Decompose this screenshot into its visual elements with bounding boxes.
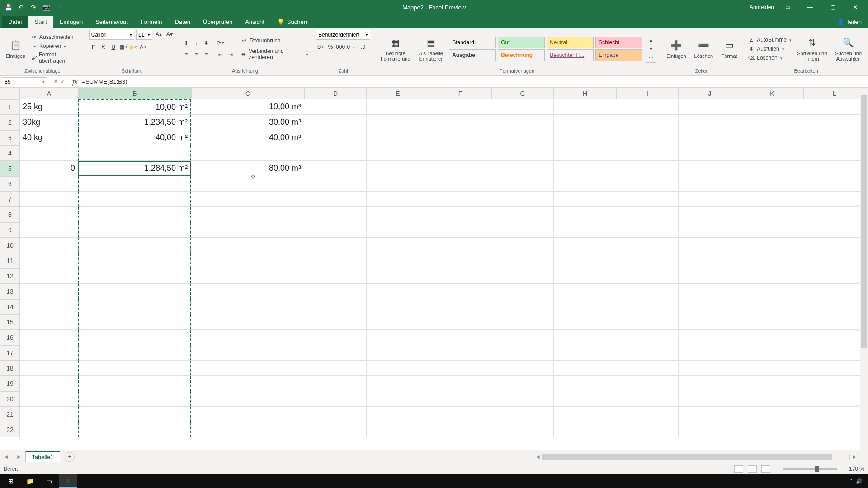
cell-C17[interactable] — [191, 345, 304, 361]
cell-K20[interactable] — [741, 391, 803, 407]
cell-F3[interactable] — [429, 130, 491, 145]
cell-K21[interactable] — [741, 407, 803, 422]
camera-icon[interactable]: 📷 — [42, 3, 51, 12]
cell-B19[interactable] — [78, 376, 191, 391]
maximize-icon[interactable]: ▢ — [824, 0, 842, 14]
taskview-icon[interactable]: ▭ — [40, 474, 58, 488]
cell-B15[interactable] — [78, 314, 191, 330]
style-schlecht[interactable]: Schlecht — [595, 37, 642, 48]
italic-button[interactable]: K — [99, 42, 108, 52]
cell-L18[interactable] — [803, 361, 866, 376]
cell-F11[interactable] — [429, 253, 491, 268]
column-header-K[interactable]: K — [741, 88, 803, 99]
cell-J10[interactable] — [679, 238, 741, 253]
cell-E18[interactable] — [367, 361, 429, 376]
cell-K2[interactable] — [741, 115, 803, 130]
cell-I5[interactable] — [616, 161, 679, 176]
cell-A14[interactable] — [20, 299, 78, 314]
sort-filter-button[interactable]: ⇅Sortieren und Filtern — [794, 35, 830, 62]
comma-icon[interactable]: 000 — [336, 42, 345, 52]
cell-L14[interactable] — [803, 299, 866, 314]
cell-A16[interactable] — [20, 330, 78, 345]
cell-I8[interactable] — [616, 207, 679, 222]
close-icon[interactable]: ✕ — [846, 0, 864, 14]
decrease-decimal-icon[interactable]: ←.0 — [356, 42, 365, 52]
cell-F12[interactable] — [429, 268, 491, 284]
excel-taskbar-icon[interactable]: X — [59, 474, 77, 488]
cell-G12[interactable] — [491, 268, 554, 284]
cell-D16[interactable] — [304, 330, 367, 345]
cell-B12[interactable] — [78, 268, 191, 284]
align-center-icon[interactable]: ≡ — [192, 50, 201, 59]
font-size-combo[interactable]: 11▾ — [136, 30, 152, 40]
cell-K14[interactable] — [741, 299, 803, 314]
row-header-3[interactable]: 3 — [0, 130, 20, 145]
cell-K10[interactable] — [741, 238, 803, 253]
cell-D17[interactable] — [304, 345, 367, 361]
cell-K6[interactable] — [741, 176, 803, 192]
cell-I15[interactable] — [616, 314, 679, 330]
minimize-icon[interactable]: — — [801, 0, 819, 14]
cell-E7[interactable] — [367, 192, 429, 207]
cell-K9[interactable] — [741, 222, 803, 238]
column-header-B[interactable]: B — [78, 88, 191, 99]
cell-F14[interactable] — [429, 299, 491, 314]
cell-G6[interactable] — [491, 176, 554, 192]
cell-C20[interactable] — [191, 391, 304, 407]
cell-I1[interactable] — [616, 99, 679, 115]
cell-G10[interactable] — [491, 238, 554, 253]
cell-C6[interactable] — [191, 176, 304, 192]
cell-A9[interactable] — [20, 222, 78, 238]
cell-B16[interactable] — [78, 330, 191, 345]
tab-insert[interactable]: Einfügen — [53, 16, 89, 28]
cell-C4[interactable] — [191, 145, 304, 161]
cell-L11[interactable] — [803, 253, 866, 268]
cell-A2[interactable]: 30kg — [20, 115, 78, 130]
share-button[interactable]: 👤 Teilen — [831, 16, 868, 28]
cell-H3[interactable] — [554, 130, 616, 145]
cell-K3[interactable] — [741, 130, 803, 145]
cell-D4[interactable] — [304, 145, 367, 161]
cell-H18[interactable] — [554, 361, 616, 376]
cell-D1[interactable] — [304, 99, 367, 115]
cell-B5[interactable]: 1.284,50 m² — [78, 161, 191, 176]
row-header-8[interactable]: 8 — [0, 207, 20, 222]
cell-A4[interactable] — [20, 145, 78, 161]
cell-B6[interactable] — [78, 176, 191, 192]
cell-L7[interactable] — [803, 192, 866, 207]
cell-C16[interactable] — [191, 330, 304, 345]
cell-E11[interactable] — [367, 253, 429, 268]
row-header-2[interactable]: 2 — [0, 115, 20, 130]
tab-view[interactable]: Ansicht — [239, 16, 271, 28]
decrease-font-icon[interactable]: A▾ — [165, 30, 174, 39]
cell-D20[interactable] — [304, 391, 367, 407]
currency-icon[interactable]: $ — [316, 42, 325, 52]
cell-C22[interactable] — [191, 422, 304, 437]
format-painter-button[interactable]: 🖌Format übertragen — [30, 51, 81, 65]
cell-D15[interactable] — [304, 314, 367, 330]
cell-F21[interactable] — [429, 407, 491, 422]
style-eingabe[interactable]: Eingabe — [595, 49, 642, 61]
cell-B3[interactable]: 40,00 m² — [78, 130, 191, 145]
cell-D7[interactable] — [304, 192, 367, 207]
cell-A15[interactable] — [20, 314, 78, 330]
cell-D5[interactable] — [304, 161, 367, 176]
cell-I19[interactable] — [616, 376, 679, 391]
cell-D19[interactable] — [304, 376, 367, 391]
clear-button[interactable]: ⌫Löschen — [748, 54, 792, 62]
start-button[interactable]: ⊞ — [2, 474, 20, 488]
zoom-in-icon[interactable]: + — [841, 466, 844, 472]
cell-J15[interactable] — [679, 314, 741, 330]
border-button[interactable]: ▦ — [119, 42, 128, 52]
cell-H21[interactable] — [554, 407, 616, 422]
name-box[interactable]: B5▾ — [2, 77, 47, 86]
cell-E21[interactable] — [367, 407, 429, 422]
align-right-icon[interactable]: ≡ — [202, 50, 211, 59]
cell-G17[interactable] — [491, 345, 554, 361]
cell-I17[interactable] — [616, 345, 679, 361]
cell-B22[interactable] — [78, 422, 191, 437]
percent-icon[interactable]: % — [326, 42, 335, 52]
normal-view-icon[interactable] — [734, 465, 743, 473]
cell-G7[interactable] — [491, 192, 554, 207]
insert-cells-button[interactable]: ➕Einfügen — [664, 38, 689, 60]
